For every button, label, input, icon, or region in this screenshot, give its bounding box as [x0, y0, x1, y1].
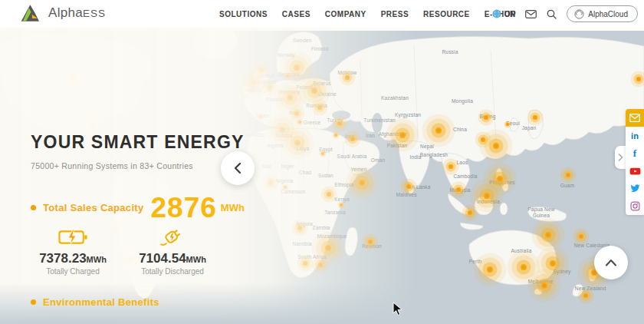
- map-marker[interactable]: [484, 193, 491, 200]
- map-marker[interactable]: [91, 124, 97, 129]
- map-marker[interactable]: [484, 115, 489, 121]
- carousel-prev-button[interactable]: [221, 151, 255, 185]
- search-icon[interactable]: [547, 9, 557, 19]
- nav-cases[interactable]: CASES: [282, 10, 310, 18]
- map-marker[interactable]: [317, 105, 323, 111]
- map-country-label: Sudan: [318, 173, 334, 179]
- map-marker[interactable]: [279, 127, 286, 134]
- cloud-sync-icon: [574, 9, 584, 19]
- map-marker[interactable]: [456, 187, 462, 193]
- map-marker[interactable]: [259, 68, 264, 73]
- map-marker[interactable]: [579, 234, 584, 240]
- map-country-label: Kenya: [334, 197, 349, 203]
- map-marker[interactable]: [327, 192, 332, 197]
- map-marker[interactable]: [294, 140, 301, 147]
- map-marker[interactable]: [294, 64, 301, 71]
- map-marker[interactable]: [399, 132, 406, 139]
- map-marker[interactable]: [359, 180, 366, 187]
- charged-value: 7378.23MWh: [23, 252, 123, 265]
- map-marker[interactable]: [284, 186, 288, 190]
- map-country-label: Greece: [304, 120, 321, 126]
- map-marker[interactable]: [318, 263, 324, 268]
- bullet-icon: [31, 299, 36, 305]
- nav-resource[interactable]: RESOURCE: [423, 10, 470, 18]
- map-marker[interactable]: [298, 121, 302, 124]
- map-marker[interactable]: [303, 261, 308, 266]
- map-country-label: Turkmenistan: [363, 117, 396, 124]
- page-title: YOUR SMART ENERGY: [31, 132, 245, 153]
- mail-icon[interactable]: [525, 10, 537, 18]
- map-marker[interactable]: [368, 240, 373, 245]
- map-marker[interactable]: [521, 264, 527, 271]
- total-sales-label: Total Sales Capacity: [43, 202, 143, 213]
- energy-stats: 7378.23MWh Totally Charged 7104.5: [23, 227, 222, 276]
- map-marker[interactable]: [406, 184, 412, 190]
- map-marker[interactable]: [294, 111, 300, 117]
- map-country-label: Guam: [560, 183, 575, 189]
- map-marker[interactable]: [449, 164, 454, 170]
- linkedin-icon: in: [631, 131, 639, 141]
- globe-icon: [492, 9, 501, 18]
- nav-solutions[interactable]: SOLUTIONS: [219, 10, 268, 18]
- map-country-label: Namibia: [292, 241, 311, 247]
- map-country-label: Morocco: [245, 132, 264, 138]
- map-marker[interactable]: [340, 203, 343, 207]
- social-youtube-button[interactable]: [626, 162, 644, 180]
- map-marker[interactable]: [71, 74, 76, 80]
- map-marker[interactable]: [250, 79, 257, 86]
- social-facebook-button[interactable]: f: [626, 144, 644, 162]
- map-marker[interactable]: [325, 245, 332, 252]
- social-collapse-tab[interactable]: [615, 146, 626, 169]
- map-country-label: Laos: [457, 160, 468, 166]
- social-linkedin-button[interactable]: in: [626, 127, 644, 144]
- map-marker[interactable]: [345, 75, 350, 81]
- map-marker[interactable]: [468, 210, 473, 216]
- battery-charge-icon: [23, 227, 123, 247]
- map-marker[interactable]: [541, 283, 548, 289]
- social-instagram-button[interactable]: [626, 197, 644, 215]
- alphacloud-button[interactable]: AlphaCloud: [567, 5, 638, 22]
- map-marker[interactable]: [533, 115, 538, 121]
- map-marker[interactable]: [268, 180, 274, 186]
- map-marker[interactable]: [493, 143, 500, 150]
- map-marker[interactable]: [268, 85, 273, 91]
- map-marker[interactable]: [487, 266, 494, 273]
- map-marker[interactable]: [350, 137, 356, 142]
- map-marker[interactable]: [287, 94, 294, 101]
- map-marker[interactable]: [506, 123, 510, 127]
- map-marker[interactable]: [297, 226, 303, 231]
- language-selector[interactable]: UN: [492, 9, 515, 18]
- map-country-label: Sweden: [293, 38, 312, 44]
- scroll-to-top-button[interactable]: [594, 246, 628, 279]
- map-marker[interactable]: [334, 134, 338, 137]
- map-marker[interactable]: [259, 115, 263, 119]
- map-marker[interactable]: [337, 121, 343, 127]
- brand-logo[interactable]: AlphaESS: [20, 3, 106, 23]
- map-country-label: Papua New Guinea: [527, 207, 554, 219]
- total-sales-unit: MWh: [221, 202, 245, 213]
- map-marker[interactable]: [311, 88, 318, 94]
- map-marker[interactable]: [286, 74, 290, 78]
- nav-press[interactable]: PRESS: [381, 10, 409, 18]
- map-marker[interactable]: [481, 137, 486, 143]
- map-marker[interactable]: [545, 232, 552, 239]
- facebook-icon: f: [633, 147, 636, 160]
- stat-totally-charged: 7378.23MWh Totally Charged: [23, 227, 123, 276]
- map-marker[interactable]: [566, 173, 571, 178]
- charged-label: Totally Charged: [23, 267, 123, 276]
- chevron-left-icon: [233, 162, 242, 174]
- map-country-label: Tunisia: [275, 133, 292, 139]
- map-marker[interactable]: [321, 152, 325, 156]
- map-marker[interactable]: [497, 176, 504, 183]
- social-email-button[interactable]: [626, 109, 644, 127]
- nav-company[interactable]: COMPANY: [325, 10, 366, 18]
- map-marker[interactable]: [550, 260, 557, 267]
- social-twitter-button[interactable]: [626, 180, 644, 197]
- map-country-label: Cambodia: [453, 174, 477, 180]
- map-country-label: Ethiopia: [334, 182, 353, 188]
- map-marker[interactable]: [583, 293, 589, 299]
- language-label: UN: [504, 10, 515, 18]
- map-marker[interactable]: [636, 77, 642, 82]
- map-country-label: Russia: [442, 49, 458, 55]
- map-marker[interactable]: [435, 127, 442, 134]
